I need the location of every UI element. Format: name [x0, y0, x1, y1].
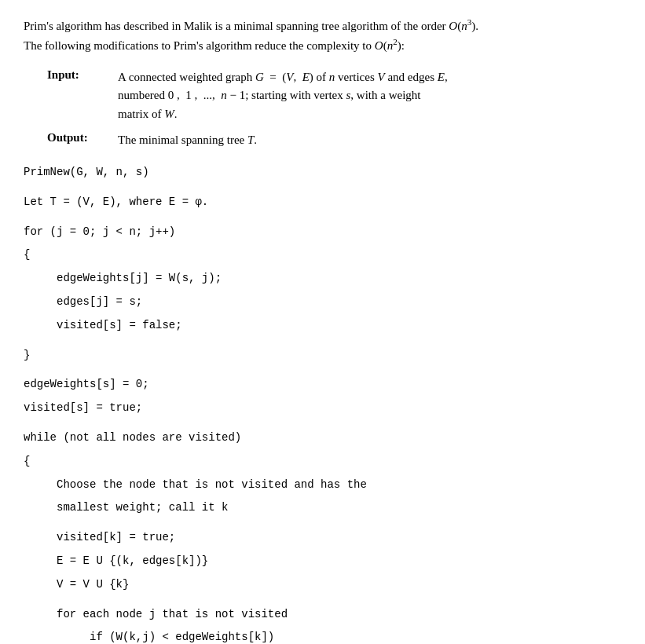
while-body-3: visited[k] = true;	[24, 529, 621, 547]
output-label: Output:	[47, 131, 118, 145]
while-stmt: while (not all nodes are visited)	[24, 429, 621, 448]
while-body-5: V = V U {k}	[24, 576, 621, 595]
input-line3: matrix of W.	[118, 108, 177, 120]
brace-close-for: }	[24, 346, 621, 365]
intro-text-2: The following modifications to Prim's al…	[24, 39, 405, 52]
after-loop-2: visited[s] = true;	[24, 399, 621, 418]
output-row: Output: The minimal spanning tree T.	[47, 131, 621, 149]
output-text: The minimal spanning tree T.	[118, 134, 257, 146]
after-loop-1: edgeWeights[s] = 0;	[24, 375, 621, 394]
for-loop-header: for (j = 0; j < n; j++)	[24, 223, 621, 242]
for-body-2: edges[j] = s;	[24, 293, 621, 312]
function-signature: PrimNew(G, W, n, s)	[24, 163, 621, 182]
intro-paragraph: Prim's algorithm has described in Malik …	[24, 16, 621, 54]
brace-open-for: {	[24, 246, 621, 265]
input-label: Input:	[47, 68, 118, 82]
let-statement: Let T = (V, E), where E = φ.	[24, 193, 621, 212]
intro-text-1: Prim's algorithm has described in Malik …	[24, 20, 478, 32]
input-line2: numbered 0 , 1 , ..., n − 1; starting wi…	[118, 89, 421, 101]
input-line1: A connected weighted graph G = (V, E) of…	[118, 71, 448, 83]
while-brace-open: {	[24, 452, 621, 471]
input-content: A connected weighted graph G = (V, E) of…	[118, 68, 621, 123]
code-section: PrimNew(G, W, n, s) Let T = (V, E), wher…	[24, 163, 621, 644]
while-body-7: if (W(k,j) < edgeWeights[k])	[24, 628, 621, 644]
for-body-1: edgeWeights[j] = W(s, j);	[24, 269, 621, 288]
definitions-table: Input: A connected weighted graph G = (V…	[47, 68, 621, 149]
while-body-1: Choose the node that is not visited and …	[24, 476, 621, 495]
input-row: Input: A connected weighted graph G = (V…	[47, 68, 621, 123]
while-body-6: for each node j that is not visited	[24, 606, 621, 624]
page-content: Prim's algorithm has described in Malik …	[24, 16, 621, 644]
while-body-4: E = E U {(k, edges[k])}	[24, 552, 621, 571]
for-body-3: visited[s] = false;	[24, 317, 621, 335]
output-content: The minimal spanning tree T.	[118, 131, 621, 149]
while-body-2: smallest weight; call it k	[24, 499, 621, 518]
